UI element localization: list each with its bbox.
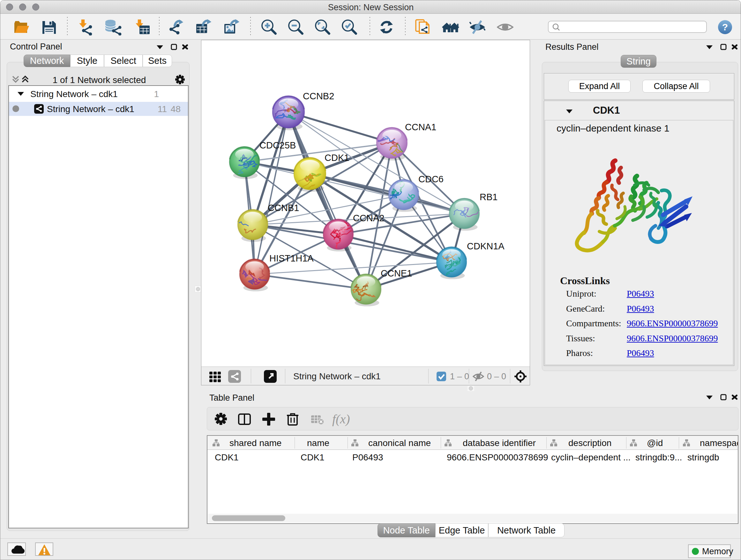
svg-text:CCNA2: CCNA2	[353, 213, 384, 223]
svg-text:CCNE1: CCNE1	[381, 268, 412, 278]
svg-text:CDC25B: CDC25B	[259, 140, 296, 150]
svg-text:CDKN1A: CDKN1A	[467, 241, 504, 251]
svg-text:RB1: RB1	[480, 192, 497, 202]
svg-text:CDK1: CDK1	[325, 152, 349, 163]
svg-text:CDC6: CDC6	[418, 174, 444, 184]
svg-text:HIST1H1A: HIST1H1A	[269, 253, 314, 263]
svg-text:CCNB2: CCNB2	[303, 91, 334, 101]
svg-text:CCNA1: CCNA1	[405, 122, 436, 132]
svg-text:CCNB1: CCNB1	[268, 203, 299, 213]
